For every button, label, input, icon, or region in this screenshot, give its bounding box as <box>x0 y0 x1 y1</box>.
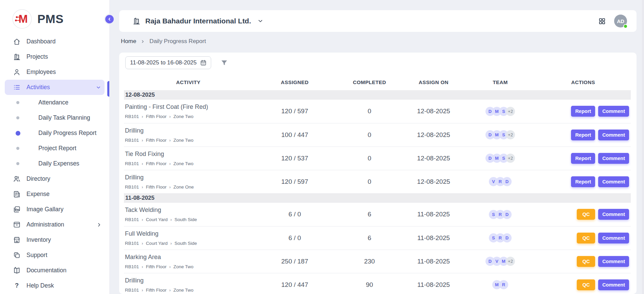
report-button[interactable]: Report <box>571 106 595 117</box>
date-range-field[interactable] <box>125 56 211 69</box>
sidebar-item-help-desk[interactable]: ?Help Desk <box>0 278 109 293</box>
activity-breadcrumb: RB101›Fifth Floor›Zone One <box>125 184 253 190</box>
completed-value: 6 <box>337 203 402 226</box>
report-button[interactable]: Report <box>571 130 595 140</box>
qc-button[interactable]: QC <box>577 209 595 220</box>
row-actions: QCComment <box>535 233 629 243</box>
chevron-down-icon <box>257 18 263 24</box>
path-segment: RB101 <box>125 114 139 119</box>
path-segment: RB101 <box>125 184 139 190</box>
bullet-icon <box>16 101 19 104</box>
date-group-label: 11-08-2025 <box>124 193 631 203</box>
assigned-value: 6 / 0 <box>253 203 337 226</box>
team-more-badge[interactable]: +2 <box>506 107 515 116</box>
avatar[interactable]: AD <box>614 15 627 27</box>
qc-button[interactable]: QC <box>577 279 595 290</box>
sidebar-item-daily-expenses[interactable]: Daily Expenses <box>0 156 109 171</box>
team-avatars: DMS+2 <box>465 154 536 163</box>
sidebar-item-activities[interactable]: Activities <box>5 80 105 95</box>
path-separator: › <box>169 161 170 166</box>
topbar-right: AD <box>598 15 627 27</box>
qc-button[interactable]: QC <box>577 233 595 243</box>
comment-button[interactable]: Comment <box>598 279 629 290</box>
qc-button[interactable]: QC <box>577 256 595 267</box>
path-segment: Fifth Floor <box>146 288 167 293</box>
grid-icon[interactable] <box>598 17 606 25</box>
path-separator: › <box>142 161 143 166</box>
comment-button[interactable]: Comment <box>598 153 629 164</box>
activity-breadcrumb: RB101›Fifth Floor›Zone Two <box>125 161 253 166</box>
comment-button[interactable]: Comment <box>598 256 629 267</box>
store-icon <box>13 236 21 244</box>
path-segment: Fifth Floor <box>146 114 167 119</box>
sidebar-collapse-button[interactable] <box>104 14 115 24</box>
path-separator: › <box>169 185 170 189</box>
company-selector[interactable]: Raja Bahadur International Ltd. <box>132 17 263 25</box>
team-avatar[interactable]: D <box>502 177 512 186</box>
activity-breadcrumb: RB101›Court Yard›South Side <box>125 241 253 246</box>
sidebar-item-daily-task-planning[interactable]: Daily Task Planning <box>0 110 109 125</box>
filter-row <box>125 56 631 69</box>
column-header-activity: ACTIVITY <box>124 75 253 90</box>
team-more-badge[interactable]: +2 <box>506 257 515 266</box>
funnel-icon[interactable] <box>220 59 228 67</box>
sidebar-item-dashboard[interactable]: Dashboard <box>0 34 109 49</box>
path-segment: Court Yard <box>146 217 168 222</box>
path-segment: Zone Two <box>173 264 194 269</box>
team-more-badge[interactable]: +2 <box>506 130 515 139</box>
sidebar-item-expense[interactable]: Expense <box>0 187 109 202</box>
comment-button[interactable]: Comment <box>598 106 629 117</box>
sidebar-subitem-label: Daily Task Planning <box>38 114 90 121</box>
bullet-icon <box>16 162 19 165</box>
team-more-badge[interactable]: +2 <box>506 154 515 163</box>
activity-breadcrumb: RB101›Court Yard›South Side <box>125 217 253 222</box>
sidebar-item-inventory[interactable]: Inventory <box>0 232 109 248</box>
comment-button[interactable]: Comment <box>598 233 629 243</box>
path-segment: Zone Two <box>173 161 194 166</box>
assigned-value: 120 / 537 <box>253 146 337 170</box>
date-range-input[interactable] <box>130 59 197 66</box>
team-avatars: VRD <box>465 177 536 186</box>
column-header-assign-on: ASSIGN ON <box>402 75 465 90</box>
team-avatar[interactable]: D <box>502 233 512 242</box>
team-avatar[interactable]: R <box>499 280 508 289</box>
topbar: Raja Bahadur International Ltd. AD <box>119 10 637 32</box>
sidebar-item-projects[interactable]: Projects <box>0 49 109 64</box>
sidebar-item-daily-progress-report[interactable]: Daily Progress Report <box>0 125 109 141</box>
person-icon <box>13 68 21 76</box>
comment-button[interactable]: Comment <box>598 176 629 187</box>
sidebar-item-documentation[interactable]: Documentation <box>0 263 109 278</box>
comment-button[interactable]: Comment <box>598 130 629 140</box>
team-avatars: SRD <box>465 233 536 242</box>
chevron-right-icon <box>141 39 145 44</box>
avatar-initials: AD <box>617 18 624 24</box>
sidebar-item-directory[interactable]: Directory <box>0 171 109 187</box>
team-avatars: MR <box>465 280 536 289</box>
sidebar-item-attendance[interactable]: Attendance <box>0 95 109 110</box>
sidebar-item-support[interactable]: Support <box>0 248 109 263</box>
page-scrollbar[interactable] <box>642 0 644 294</box>
activity-title: Full Welding <box>125 230 253 237</box>
breadcrumb-home[interactable]: Home <box>121 38 136 45</box>
sidebar-item-image-gallary[interactable]: Image Gallary <box>0 202 109 217</box>
row-actions: QCComment <box>535 256 629 267</box>
sidebar-item-label: Employees <box>26 68 56 76</box>
sidebar-item-label: Documentation <box>26 267 67 274</box>
path-segment: RB101 <box>125 241 139 246</box>
sidebar-item-administration[interactable]: Administration <box>0 217 109 232</box>
activity-row: Tie Rod Fixing RB101›Fifth Floor›Zone Tw… <box>124 146 631 170</box>
sidebar-item-project-report[interactable]: Project Report <box>0 141 109 156</box>
completed-value: 0 <box>337 123 402 146</box>
sidebar-subitem-label: Daily Expenses <box>38 160 79 167</box>
report-button[interactable]: Report <box>571 176 595 187</box>
team-avatar[interactable]: D <box>502 210 512 219</box>
completed-value: 0 <box>337 146 402 170</box>
brand-name: PMS <box>37 12 63 26</box>
main-content: Raja Bahadur International Ltd. AD Home … <box>110 0 644 294</box>
sidebar-item-label: Help Desk <box>26 282 54 289</box>
question-icon: ? <box>13 282 21 290</box>
calendar-icon[interactable] <box>200 59 207 66</box>
comment-button[interactable]: Comment <box>598 209 629 220</box>
report-button[interactable]: Report <box>571 153 595 164</box>
sidebar-item-employees[interactable]: Employees <box>0 64 109 80</box>
